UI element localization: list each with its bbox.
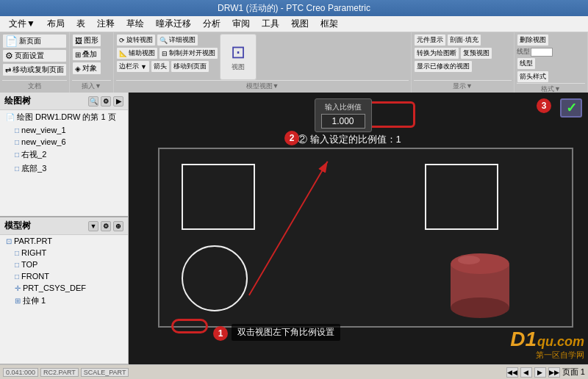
model-tree-content: ⊡ PART.PRT □ RIGHT □ TOP □ FRONT ✛ PRT: [0, 235, 128, 308]
menu-inherit[interactable]: 曈承迁移: [150, 16, 197, 32]
toolbar-section-document: 📄 新页面 ⚙ 页面设置 ⇄ 移动或复制页面 文档: [0, 32, 70, 93]
tree-part-icon: ⊡: [6, 237, 12, 245]
arrow-style-btn[interactable]: 线型: [517, 57, 536, 70]
shape-rect-topleft: [182, 164, 255, 230]
svg-point-1: [451, 253, 509, 274]
page-label: 页面 1: [562, 367, 585, 378]
drawing-tree-title: 绘图树: [4, 95, 31, 107]
right-plane-label: RIGHT: [21, 248, 46, 257]
tree-drawing-root[interactable]: 📄 绘图 DRW1.DRW 的第 1 页: [0, 110, 128, 124]
model-filter-icon[interactable]: ▼: [88, 221, 98, 231]
model-tree-panel: 模型树 ▼ ⚙ ⊕ ⊡ PART.PRT □ RIGHT □ TO: [0, 217, 128, 364]
insert-graphic-btn[interactable]: 🖼图形: [72, 34, 101, 47]
menu-table[interactable]: 表: [71, 16, 91, 32]
component-show-btn[interactable]: 元件显示: [414, 34, 446, 46]
scale-input-popup: 输入比例值: [315, 98, 372, 132]
rotate-view-btn[interactable]: ⟳ 旋转视图: [116, 34, 156, 46]
check-icon: ✓: [566, 100, 577, 116]
detail-view-btn[interactable]: 🔍 详细视图: [157, 34, 198, 46]
section-fill-btn[interactable]: 剖面·填充: [447, 34, 481, 46]
tree-view-label-1: new_view_1: [21, 126, 66, 134]
last-page-btn[interactable]: ▶▶: [548, 367, 560, 378]
watermark-d1: D1: [510, 329, 537, 350]
svg-point-3: [458, 256, 480, 264]
csys-icon: ✛: [15, 284, 21, 292]
delete-view-btn[interactable]: 删除视图: [517, 34, 549, 46]
first-page-btn[interactable]: ◀◀: [506, 367, 518, 378]
toolbar-section-model-view: ⟳ 旋转视图 🔍 详细视图 📐 辅助视图 ⊟ 制制并对开视图 边栏示 ▼ 箭头 …: [114, 32, 412, 93]
tree-view-icon-1: □: [15, 126, 19, 134]
show-modified-btn[interactable]: 显示已修改的视图: [414, 60, 473, 73]
scale-input-field[interactable]: [321, 114, 365, 129]
tree-right-icon: □: [15, 151, 19, 159]
status-left: 0.041:000 RC2.PART SCALE_PART: [3, 368, 501, 377]
edge-show-btn[interactable]: 边栏示 ▼: [116, 60, 150, 73]
next-page-btn[interactable]: ▶: [534, 367, 546, 378]
menu-frame[interactable]: 框架: [315, 16, 344, 32]
scale-display-2: RC2.PART: [40, 368, 79, 377]
canvas-area: 输入比例值 ✓ ② 输入设定的比例值：1: [129, 93, 588, 364]
tree-csys[interactable]: ✛ PRT_CSYS_DEF: [0, 282, 128, 294]
model-expand-icon[interactable]: ⊕: [113, 221, 123, 231]
title-text: DRW1 (活动的) - PTC Creo Parametric: [218, 2, 370, 15]
page-nav: ◀◀ ◀ ▶ ▶▶ 页面 1: [506, 367, 585, 378]
menu-analysis[interactable]: 分析: [197, 16, 226, 32]
tree-view-6[interactable]: □ new_view_6: [0, 136, 128, 148]
collapse-icon[interactable]: ▶: [113, 96, 123, 107]
scale-display: 0.041:000: [3, 368, 38, 377]
main-area: 绘图树 🔍 ⚙ ▶ 📄 绘图 DRW1.DRW 的第 1 页 □ new_vie…: [0, 93, 588, 364]
front-plane-label: FRONT: [21, 272, 49, 281]
insert-overlay-btn[interactable]: ⊞叠加: [72, 48, 101, 61]
tree-view-label-6: new_view_6: [21, 137, 66, 146]
model-settings-icon[interactable]: ⚙: [101, 221, 111, 231]
reset-format-btn[interactable]: 箭头样式: [517, 71, 549, 83]
menu-tools[interactable]: 工具: [256, 16, 285, 32]
tree-view-icon-6: □: [15, 138, 19, 146]
top-plane-label: TOP: [21, 260, 37, 269]
extrude-label: 拉伸 1: [23, 295, 46, 306]
model-tree-header: 模型树 ▼ ⚙ ⊕: [0, 217, 128, 235]
menu-view[interactable]: 视图: [285, 16, 315, 32]
extrude-icon: ⊞: [15, 297, 21, 305]
tree-bottom-view[interactable]: □ 底部_3: [0, 162, 128, 176]
tree-bottom-icon: □: [15, 165, 19, 173]
model-tree-icons: ▼ ⚙ ⊕: [88, 221, 123, 231]
new-page-btn[interactable]: 📄 新页面: [2, 34, 67, 48]
insert-object-btn[interactable]: ◈对象: [72, 62, 101, 75]
watermark-sub: 第一区自学网: [536, 350, 584, 361]
convert-drawing-btn[interactable]: 转换为绘图断: [414, 47, 459, 59]
doc-label: 文档: [2, 80, 67, 91]
page-setup-btn[interactable]: ⚙ 页面设置: [2, 49, 67, 62]
scale-display-3: SCALE_PART: [81, 368, 129, 377]
canvas-confirm-checkbox[interactable]: ✓: [560, 98, 582, 118]
menu-bar: 文件▼ 布局 表 注释 草绘 曈承迁移 分析 审阅 工具 视图 框架: [0, 16, 588, 32]
tree-top-plane[interactable]: □ TOP: [0, 259, 128, 270]
menu-sketch[interactable]: 草绘: [121, 16, 150, 32]
step2-badge: 2: [284, 131, 299, 145]
settings-icon[interactable]: ⚙: [101, 96, 111, 107]
arrow-btn[interactable]: 箭头: [151, 60, 170, 73]
svg-point-2: [451, 297, 509, 318]
drawing-tree-icons: 🔍 ⚙ ▶: [88, 96, 123, 107]
menu-notes[interactable]: 注释: [91, 16, 121, 32]
tree-part-root[interactable]: ⊡ PART.PRT: [0, 235, 128, 247]
tree-right-plane[interactable]: □ RIGHT: [0, 247, 128, 259]
tree-right-view[interactable]: □ 右视_2: [0, 148, 128, 162]
move-page-btn[interactable]: 移动到页面: [171, 60, 209, 73]
preview-btn[interactable]: 复预视图: [460, 47, 492, 59]
step1-badge: 1: [213, 326, 228, 341]
menu-layout[interactable]: 布局: [41, 16, 71, 32]
aux-view-btn[interactable]: 📐 辅助视图: [116, 47, 158, 59]
menu-review[interactable]: 审阅: [226, 16, 256, 32]
toolbar: 📄 新页面 ⚙ 页面设置 ⇄ 移动或复制页面 文档 🖼图形: [0, 32, 588, 93]
move-copy-btn[interactable]: ⇄ 移动或复制页面: [2, 63, 67, 76]
cylinder-3d-svg: [440, 238, 520, 319]
prev-page-btn[interactable]: ◀: [520, 367, 532, 378]
step1-circle: [171, 319, 208, 333]
tree-front-plane[interactable]: □ FRONT: [0, 270, 128, 282]
tree-extrude[interactable]: ⊞ 拉伸 1: [0, 294, 128, 308]
split-view-btn[interactable]: ⊟ 制制并对开视图: [159, 47, 218, 59]
menu-file[interactable]: 文件▼: [3, 16, 41, 32]
search-icon[interactable]: 🔍: [88, 96, 98, 107]
tree-view-1[interactable]: □ new_view_1: [0, 124, 128, 136]
